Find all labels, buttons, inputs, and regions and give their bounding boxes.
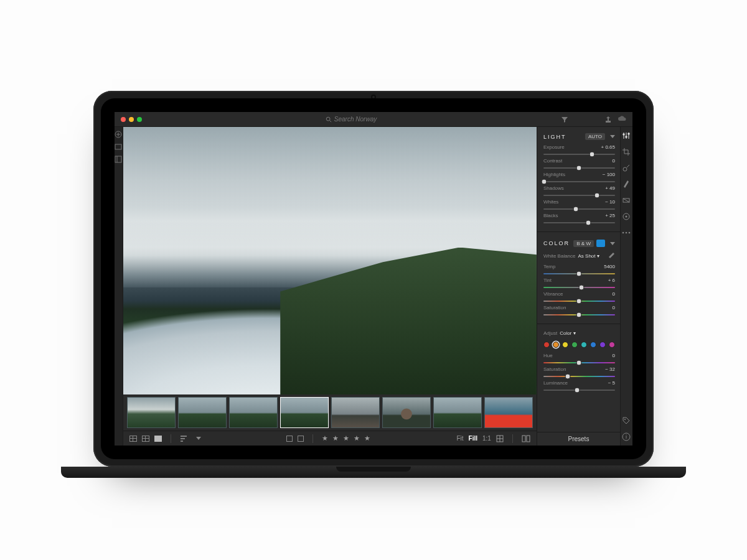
slider-luminance: Luminance− 5 — [543, 380, 615, 393]
svg-point-18 — [624, 419, 626, 420]
slider-track[interactable] — [543, 387, 615, 393]
slider-whites: Whites− 10 — [543, 199, 615, 212]
adjust-label: Adjust — [543, 330, 557, 336]
rating-stars[interactable]: ★ ★ ★ ★ ★ — [322, 434, 372, 442]
compare-view-icon[interactable] — [142, 436, 149, 442]
laptop-base — [61, 467, 686, 478]
collapse-icon[interactable] — [115, 156, 122, 163]
linear-gradient-icon[interactable] — [621, 195, 631, 205]
light-section-title: LIGHT — [543, 134, 566, 140]
search-placeholder: Search Norway — [334, 116, 377, 123]
svg-point-10 — [628, 133, 630, 134]
window-toolbar: Search Norway — [115, 112, 632, 127]
search-icon — [326, 116, 332, 123]
color-swatch[interactable] — [590, 342, 596, 348]
zoom-1to1[interactable]: 1:1 — [482, 435, 491, 442]
filmstrip-thumb[interactable] — [433, 397, 482, 428]
edit-panel: LIGHT AUTO Exposure+ 0.65Contrast0Highli… — [537, 127, 620, 446]
color-swatch[interactable] — [609, 342, 615, 348]
detail-view-icon[interactable] — [154, 436, 162, 442]
slider-track[interactable] — [543, 312, 615, 318]
filmstrip-thumb[interactable] — [229, 397, 278, 428]
slider-track[interactable] — [543, 206, 615, 212]
crop-icon[interactable] — [621, 147, 631, 157]
library-icon[interactable] — [115, 143, 122, 151]
filmstrip-thumb[interactable] — [280, 397, 329, 428]
color-swatch[interactable] — [553, 342, 559, 348]
svg-rect-7 — [527, 436, 530, 442]
color-swatch[interactable] — [543, 342, 550, 348]
slider-track[interactable] — [543, 284, 615, 291]
filmstrip-thumb[interactable] — [127, 397, 176, 428]
cloud-sync-icon[interactable] — [618, 115, 626, 124]
edit-sliders-icon[interactable] — [621, 131, 631, 141]
light-section-toggle-icon[interactable] — [610, 135, 615, 138]
color-section-toggle-icon[interactable] — [610, 242, 615, 245]
grid-view-icon[interactable] — [129, 436, 137, 442]
filmstrip-thumb[interactable] — [484, 397, 533, 428]
svg-point-11 — [623, 167, 627, 171]
slider-saturation: Saturation0 — [543, 305, 615, 318]
search-field[interactable]: Search Norway — [326, 116, 377, 123]
heal-brush-icon[interactable] — [621, 163, 631, 173]
window-close-icon[interactable] — [121, 117, 126, 122]
filter-icon[interactable] — [560, 115, 569, 124]
flag-reject-icon[interactable] — [298, 436, 304, 442]
slider-track[interactable] — [543, 151, 615, 157]
slider-track[interactable] — [543, 271, 615, 277]
sort-icon[interactable] — [180, 436, 189, 442]
filmstrip-thumb[interactable] — [331, 397, 380, 428]
slider-track[interactable] — [543, 220, 615, 226]
svg-point-15 — [622, 232, 624, 234]
white-balance-label: White Balance — [543, 253, 576, 259]
before-after-icon[interactable] — [522, 435, 530, 442]
filmstrip — [123, 394, 537, 431]
share-icon[interactable] — [604, 115, 613, 124]
slider-track[interactable] — [543, 179, 615, 185]
color-swatch[interactable] — [581, 342, 587, 348]
add-photos-icon[interactable] — [115, 131, 122, 138]
tool-rail: i — [620, 127, 632, 446]
color-profile-icon[interactable] — [596, 240, 605, 247]
info-icon[interactable]: i — [621, 432, 631, 442]
flag-pick-icon[interactable] — [286, 436, 293, 442]
slider-tint: Tint+ 6 — [543, 278, 615, 291]
slider-vibrance: Vibrance0 — [543, 291, 615, 304]
slider-track[interactable] — [543, 373, 615, 380]
sort-menu-icon[interactable] — [196, 437, 201, 440]
slider-track[interactable] — [543, 192, 615, 198]
adjust-dropdown[interactable]: Color ▾ — [560, 330, 575, 336]
radial-gradient-icon[interactable] — [621, 212, 631, 222]
color-swatch[interactable] — [571, 342, 578, 348]
window-zoom-icon[interactable] — [137, 117, 142, 122]
svg-point-9 — [626, 136, 627, 138]
color-section-title: COLOR — [543, 240, 570, 246]
zoom-fill[interactable]: Fill — [469, 435, 477, 442]
white-balance-dropdown[interactable]: As Shot ▾ — [578, 253, 599, 259]
slider-temp: Temp5400 — [543, 264, 615, 277]
bw-button[interactable]: B & W — [573, 240, 594, 247]
zoom-grid-icon[interactable] — [496, 435, 504, 442]
brush-icon[interactable] — [621, 179, 631, 189]
svg-text:i: i — [626, 434, 627, 440]
more-icon[interactable] — [621, 228, 631, 238]
slider-track[interactable] — [543, 298, 615, 304]
color-swatch[interactable] — [562, 342, 568, 348]
auto-button[interactable]: AUTO — [585, 133, 605, 140]
slider-saturation: Saturation− 32 — [543, 366, 615, 380]
tag-icon[interactable] — [621, 416, 631, 426]
color-swatch[interactable] — [599, 342, 606, 348]
filmstrip-thumb[interactable] — [382, 397, 431, 428]
eyedropper-icon[interactable] — [608, 252, 615, 259]
presets-button[interactable]: Presets — [537, 432, 620, 446]
zoom-fit[interactable]: Fit — [456, 435, 463, 442]
window-minimize-icon[interactable] — [129, 117, 134, 122]
slider-track[interactable] — [543, 360, 615, 366]
svg-rect-4 — [115, 156, 121, 162]
filmstrip-thumb[interactable] — [178, 397, 227, 428]
photo-canvas[interactable] — [123, 127, 537, 394]
svg-point-16 — [626, 232, 627, 234]
color-mixer-swatches — [543, 342, 615, 348]
svg-point-8 — [623, 133, 625, 135]
slider-track[interactable] — [543, 165, 615, 171]
